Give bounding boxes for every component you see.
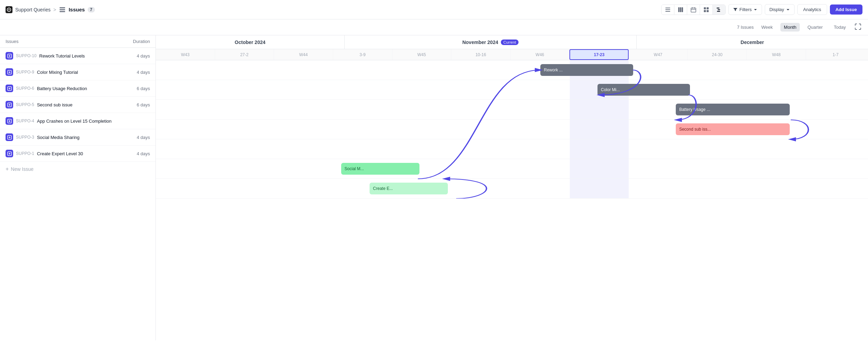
task-create-expert[interactable]: Create E...	[370, 183, 448, 194]
issue-type-icon	[6, 117, 13, 125]
svg-rect-15	[707, 10, 709, 12]
issue-duration: 4 days	[137, 53, 150, 59]
current-badge: Current	[501, 40, 519, 45]
header-actions: Filters Display Analytics Add Issue	[661, 4, 862, 15]
table-row[interactable]: SUPPO-4 App Crashes on Level 15 Completi…	[0, 113, 156, 129]
gantt-row-5: Social M...	[156, 159, 868, 179]
issue-id: SUPPO-1	[16, 151, 34, 156]
gantt-row-3: Second sub iss...	[156, 120, 868, 139]
table-row[interactable]: SUPPO-3 Social Media Sharing 4 days	[0, 129, 156, 146]
today-button[interactable]: Today	[830, 23, 849, 32]
week-17-23-current: 17-23	[569, 49, 629, 60]
filters-button[interactable]: Filters	[728, 4, 762, 15]
svg-rect-11	[691, 8, 696, 12]
issues-label: Issues	[69, 7, 85, 12]
gantt-inner: October 2024 November 2024 Current Decem…	[156, 35, 868, 340]
svg-rect-8	[678, 7, 680, 12]
svg-rect-3	[60, 9, 65, 10]
issue-info: SUPPO-10 Rework Tutorial Levels	[6, 52, 137, 60]
svg-point-1	[8, 9, 10, 10]
add-issue-label: Add Issue	[835, 7, 857, 12]
issue-name: Color Mixing Tutorial	[37, 70, 78, 75]
display-button[interactable]: Display	[765, 4, 795, 15]
week-button[interactable]: Week	[758, 23, 776, 32]
issue-info: SUPPO-9 Color Mixing Tutorial	[6, 68, 137, 76]
issue-duration: 6 days	[137, 102, 150, 107]
issue-duration: 4 days	[137, 135, 150, 140]
fullscreen-button[interactable]	[853, 22, 862, 32]
gantt-row-2: Battery Usage ...	[156, 100, 868, 120]
week-27-2: 27-2	[215, 49, 274, 60]
task-battery-usage[interactable]: Battery Usage ...	[676, 104, 790, 115]
task-social-media[interactable]: Social M...	[341, 163, 419, 175]
issue-type-icon	[6, 150, 13, 157]
list-view-btn[interactable]	[662, 5, 674, 15]
breadcrumb-sep: >	[53, 7, 56, 12]
table-row[interactable]: SUPPO-6 Battery Usage Reduction 6 days	[0, 80, 156, 97]
svg-rect-12	[704, 7, 706, 9]
table-row[interactable]: SUPPO-10 Rework Tutorial Levels 4 days	[0, 48, 156, 64]
december-label: December	[741, 40, 764, 45]
gantt-body: Rework ... Color Mi... Battery Usage ...	[156, 60, 868, 199]
task-second-sub[interactable]: Second sub iss...	[676, 123, 790, 135]
col-duration-label: Duration	[133, 39, 150, 44]
quarter-button[interactable]: Quarter	[804, 23, 826, 32]
gantt-chart: October 2024 November 2024 Current Decem…	[156, 35, 868, 340]
list-header: Issues Duration	[0, 35, 156, 48]
issues-count-badge: 7	[88, 7, 95, 12]
week-w46: W46	[511, 49, 570, 60]
table-row[interactable]: SUPPO-5 Second sub issue 6 days	[0, 97, 156, 113]
gantt-row-6: Create E...	[156, 179, 868, 199]
issue-id: SUPPO-4	[16, 119, 34, 123]
analytics-label: Analytics	[803, 7, 821, 12]
gantt-view-btn[interactable]	[713, 5, 725, 15]
issue-id: SUPPO-10	[16, 53, 36, 58]
svg-rect-16	[717, 8, 719, 9]
issue-name: Second sub issue	[37, 102, 73, 107]
grid-view-btn[interactable]	[700, 5, 713, 15]
gantt-row-4	[156, 139, 868, 159]
week-w47: W47	[629, 49, 688, 60]
issue-info: SUPPO-5 Second sub issue	[6, 101, 137, 108]
svg-rect-13	[707, 7, 709, 9]
calendar-view-btn[interactable]	[687, 5, 700, 15]
issues-nav-icon	[59, 6, 66, 13]
issue-info: SUPPO-4 App Crashes on Level 15 Completi…	[6, 117, 150, 125]
gantt-row-0: Rework ...	[156, 60, 868, 80]
new-issue-plus-icon: +	[6, 166, 9, 172]
month-headers-row: October 2024 November 2024 Current Decem…	[156, 35, 868, 49]
month-december: December	[637, 35, 868, 49]
month-october: October 2024	[156, 35, 345, 49]
svg-rect-5	[665, 8, 670, 8]
sub-header: 7 Issues Week Month Quarter Today	[0, 19, 868, 35]
table-row[interactable]: SUPPO-1 Create Expert Level 30 4 days	[0, 146, 156, 162]
issue-name: Social Media Sharing	[37, 135, 80, 140]
display-chevron-icon	[786, 8, 790, 12]
board-view-btn[interactable]	[674, 5, 687, 15]
svg-rect-7	[665, 11, 670, 12]
app-header: Support Queries > Issues 7	[0, 0, 868, 19]
issue-info: SUPPO-3 Social Media Sharing	[6, 133, 137, 141]
new-issue-row[interactable]: + New Issue	[0, 162, 156, 176]
issue-id: SUPPO-5	[16, 102, 34, 107]
month-button[interactable]: Month	[780, 23, 800, 32]
week-24-30: 24-30	[688, 49, 747, 60]
add-issue-button[interactable]: Add Issue	[830, 5, 862, 15]
filters-chevron-icon	[753, 8, 758, 12]
week-3-9: 3-9	[333, 49, 392, 60]
issue-duration: 4 days	[137, 151, 150, 156]
issue-type-icon	[6, 85, 13, 92]
task-color-mixing[interactable]: Color Mi...	[597, 84, 690, 96]
table-row[interactable]: SUPPO-9 Color Mixing Tutorial 4 days	[0, 64, 156, 80]
breadcrumb: Support Queries > Issues 7	[6, 6, 95, 13]
issue-type-icon	[6, 52, 13, 60]
week-10-16: 10-16	[451, 49, 511, 60]
analytics-button[interactable]: Analytics	[797, 4, 827, 15]
task-rework-tutorial[interactable]: Rework ...	[540, 64, 633, 76]
issues-count-text: 7 Issues	[737, 25, 754, 30]
svg-rect-14	[704, 10, 706, 12]
col-issues-label: Issues	[6, 39, 133, 44]
breadcrumb-nav: Support Queries > Issues 7	[6, 6, 95, 13]
issue-id: SUPPO-3	[16, 135, 34, 140]
issue-name: Create Expert Level 30	[37, 151, 83, 156]
